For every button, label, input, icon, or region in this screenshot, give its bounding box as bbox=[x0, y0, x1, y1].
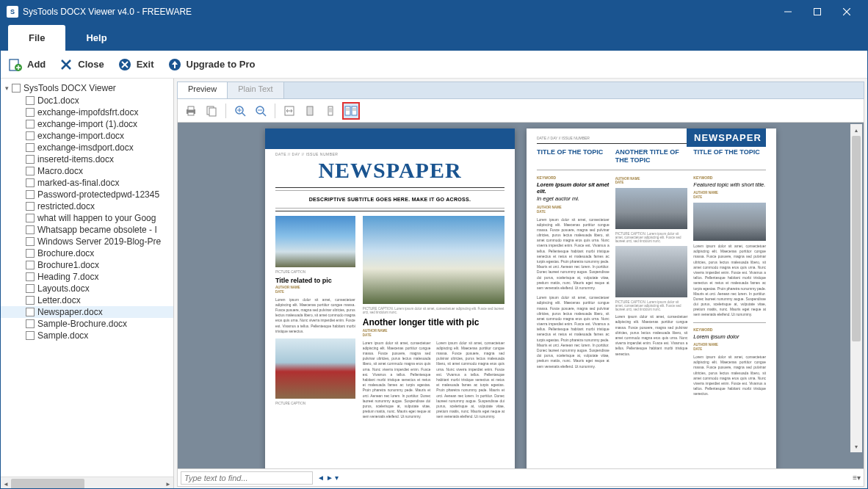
tree-checkbox[interactable] bbox=[26, 178, 35, 187]
tree-item[interactable]: Whatsapp became obsolete - I bbox=[1, 224, 173, 236]
tree-checkbox[interactable] bbox=[26, 131, 35, 140]
tab-plain-text[interactable]: Plain Text bbox=[228, 82, 284, 98]
tree-checkbox[interactable] bbox=[26, 272, 35, 281]
scroll-up-icon[interactable]: ▴ bbox=[850, 124, 862, 136]
tree-item[interactable]: exchange-import (1).docx bbox=[1, 118, 173, 130]
print-button[interactable] bbox=[182, 102, 200, 120]
tree-item[interactable]: marked-as-final.docx bbox=[1, 177, 173, 189]
tree-checkbox[interactable] bbox=[26, 261, 35, 269]
tree-checkbox[interactable] bbox=[26, 155, 35, 164]
image-placeholder bbox=[693, 203, 766, 241]
menu-help[interactable]: Help bbox=[65, 25, 127, 51]
tree-item[interactable]: Password-protectedpwd-12345 bbox=[1, 189, 173, 200]
tree-checkbox[interactable] bbox=[26, 308, 35, 316]
tree-checkbox[interactable] bbox=[26, 120, 35, 128]
tree-item-label: exchange-impofdsfrt.docx bbox=[37, 107, 138, 117]
tree-item[interactable]: Heading 7.docx bbox=[1, 271, 173, 283]
body-text: Lorem ipsum dolor sit amet, consectetuer… bbox=[693, 244, 766, 318]
exit-button[interactable]: Exit bbox=[117, 57, 154, 72]
tree-checkbox[interactable] bbox=[26, 96, 35, 105]
svg-rect-1 bbox=[814, 9, 821, 15]
minimize-button[interactable] bbox=[773, 1, 803, 23]
masthead-small: NEWSPAPER bbox=[687, 128, 766, 147]
tree-item[interactable]: Macro.docx bbox=[1, 165, 173, 177]
menubar: File Help bbox=[1, 23, 867, 51]
root-checkbox[interactable] bbox=[12, 84, 21, 93]
scrollbar-thumb[interactable] bbox=[11, 479, 84, 489]
tree-item-label: Layouts.docx bbox=[37, 283, 90, 294]
tree-item[interactable]: Letter.docx bbox=[1, 294, 173, 306]
scroll-left-icon[interactable]: ◄ bbox=[1, 477, 11, 489]
tree-item-label: exchange-import (1).docx bbox=[37, 119, 137, 129]
tree-item[interactable]: Sample.docx bbox=[1, 330, 173, 341]
body-text: Lorem ipsum dolor sit amet, consectetuer… bbox=[363, 341, 431, 420]
find-dropdown-icon[interactable]: ▾ bbox=[335, 474, 339, 482]
maximize-button[interactable] bbox=[803, 1, 832, 23]
tree-checkbox[interactable] bbox=[26, 319, 35, 328]
add-button[interactable]: Add bbox=[8, 57, 46, 72]
tree-item[interactable]: inseretd-items.docx bbox=[1, 153, 173, 165]
body-text: Lorem ipsum dolor sit amet, consectetuer… bbox=[537, 295, 610, 369]
tree-checkbox[interactable] bbox=[26, 284, 35, 293]
find-next-icon[interactable]: ► bbox=[326, 474, 333, 482]
tree-item-label: Brochure1.docx bbox=[37, 260, 99, 270]
find-options-icon[interactable]: ≡▾ bbox=[853, 474, 861, 482]
svg-rect-28 bbox=[307, 106, 313, 115]
find-input[interactable] bbox=[181, 471, 313, 485]
file-tree[interactable]: ▾ SysTools DOCX Viewer Doc1.docxexchange… bbox=[1, 79, 173, 477]
tree-item[interactable]: Brochure.docx bbox=[1, 247, 173, 259]
two-page-button[interactable] bbox=[342, 102, 360, 120]
scrollbar-thumb[interactable] bbox=[852, 136, 861, 341]
zoom-out-button[interactable] bbox=[252, 102, 270, 120]
tree-item[interactable]: Newspaper.docx bbox=[1, 306, 173, 318]
picture-caption: PICTURE CAPTION. Lorem ipsum dolor sit a… bbox=[615, 300, 688, 311]
dateline: DATE // DAY // ISSUE NUMBER bbox=[265, 149, 515, 156]
sidebar-scrollbar[interactable]: ◄ ► bbox=[1, 477, 173, 489]
svg-rect-29 bbox=[328, 106, 333, 115]
scroll-down-icon[interactable]: ▾ bbox=[850, 441, 862, 452]
preview-scrollbar[interactable]: ▴ ▾ bbox=[850, 124, 862, 452]
collapse-icon[interactable]: ▾ bbox=[5, 84, 9, 92]
tree-item[interactable]: exchange-import.docx bbox=[1, 130, 173, 142]
tree-checkbox[interactable] bbox=[26, 296, 35, 305]
scroll-right-icon[interactable]: ► bbox=[163, 477, 173, 489]
fit-width-button[interactable] bbox=[281, 102, 298, 120]
tree-item[interactable]: what will happen to your Goog bbox=[1, 212, 173, 224]
tree-checkbox[interactable] bbox=[26, 331, 35, 340]
tree-root[interactable]: ▾ SysTools DOCX Viewer bbox=[1, 82, 173, 95]
tree-item[interactable]: Brochure1.docx bbox=[1, 259, 173, 271]
tree-item[interactable]: exchange-impofdsfrt.docx bbox=[1, 106, 173, 118]
tree-checkbox[interactable] bbox=[26, 237, 35, 246]
zoom-in-button[interactable] bbox=[231, 102, 249, 120]
tree-checkbox[interactable] bbox=[26, 108, 35, 117]
close-button[interactable]: Close bbox=[59, 57, 104, 72]
article-title: Title related to pic bbox=[275, 277, 355, 284]
close-icon bbox=[59, 57, 73, 72]
tree-item[interactable]: exchange-imsdport.docx bbox=[1, 142, 173, 153]
tree-item[interactable]: Doc1.docx bbox=[1, 95, 173, 106]
tree-checkbox[interactable] bbox=[26, 249, 35, 258]
menu-file[interactable]: File bbox=[8, 25, 65, 51]
tree-checkbox[interactable] bbox=[26, 190, 35, 199]
tab-preview[interactable]: Preview bbox=[178, 82, 228, 98]
tree-checkbox[interactable] bbox=[26, 214, 35, 222]
upgrade-button[interactable]: Upgrade to Pro bbox=[167, 57, 256, 72]
tree-checkbox[interactable] bbox=[26, 202, 35, 211]
tree-root-label: SysTools DOCX Viewer bbox=[23, 83, 116, 93]
tree-checkbox[interactable] bbox=[26, 225, 35, 234]
picture-caption: PICTURE CAPTION bbox=[275, 270, 355, 274]
preview-area[interactable]: DATE // DAY // ISSUE NUMBER NEWSPAPER DE… bbox=[177, 123, 864, 469]
close-window-button[interactable] bbox=[832, 1, 861, 23]
document-page-2: NEWSPAPER DATE // DAY // ISSUE NUMBER TI… bbox=[527, 128, 776, 469]
tree-item[interactable]: Layouts.docx bbox=[1, 283, 173, 294]
tree-checkbox[interactable] bbox=[26, 143, 35, 152]
fit-page-button[interactable] bbox=[301, 102, 319, 120]
find-prev-icon[interactable]: ◄ bbox=[317, 474, 325, 482]
copy-button[interactable] bbox=[203, 102, 220, 120]
tree-checkbox[interactable] bbox=[26, 167, 35, 175]
tree-item[interactable]: restricted.docx bbox=[1, 200, 173, 212]
tree-item[interactable]: Windows Server 2019-Blog-Pre bbox=[1, 236, 173, 247]
byline: AUTHOR NAMEDATE bbox=[693, 191, 766, 200]
tree-item[interactable]: Sample-Brochure.docx bbox=[1, 318, 173, 330]
single-page-button[interactable] bbox=[322, 102, 339, 120]
